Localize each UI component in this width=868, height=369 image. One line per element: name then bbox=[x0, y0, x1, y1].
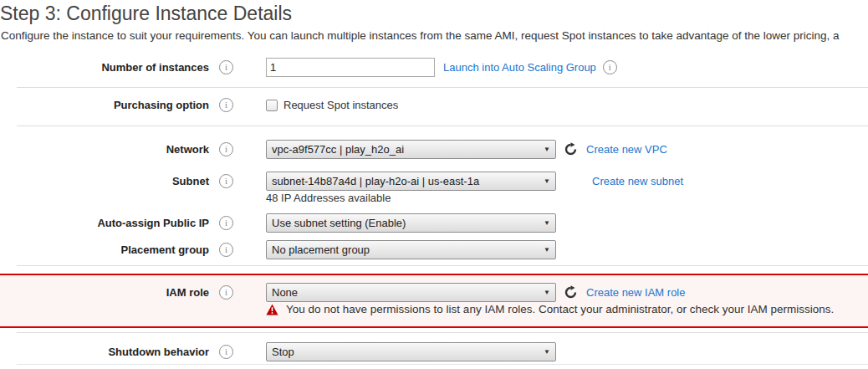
shutdown-behavior-select[interactable]: Stop ▼ bbox=[266, 342, 556, 361]
row-purchasing-option: Purchasing option i Request Spot instanc… bbox=[0, 98, 398, 112]
row-shutdown-behavior: Shutdown behavior i Stop ▼ bbox=[0, 342, 556, 361]
request-spot-instances-label: Request Spot instances bbox=[283, 99, 398, 111]
subnet-select[interactable]: subnet-14b87a4d | play-h2o-ai | us-east-… bbox=[266, 172, 556, 191]
info-icon[interactable]: i bbox=[603, 60, 617, 74]
dropdown-arrow-icon: ▼ bbox=[544, 246, 550, 254]
iam-role-label: IAM role bbox=[0, 286, 209, 299]
divider bbox=[17, 265, 868, 266]
row-iam-role: IAM role i None ▼ Create new IAM role bbox=[0, 283, 686, 302]
create-new-iam-role-link[interactable]: Create new IAM role bbox=[586, 286, 686, 299]
refresh-vpc-icon[interactable] bbox=[564, 142, 578, 156]
page-subtitle: Configure the instance to suit your requ… bbox=[1, 29, 868, 42]
request-spot-instances-checkbox[interactable] bbox=[266, 100, 278, 111]
purchasing-option-label: Purchasing option bbox=[0, 99, 209, 111]
page-title: Step 3: Configure Instance Details bbox=[0, 3, 292, 25]
shutdown-behavior-label: Shutdown behavior bbox=[0, 346, 209, 358]
info-icon[interactable]: i bbox=[219, 174, 233, 188]
iam-role-warning-text: You do not have permissions to list any … bbox=[286, 303, 834, 315]
create-new-vpc-link[interactable]: Create new VPC bbox=[586, 143, 667, 156]
subnet-label: Subnet bbox=[0, 175, 209, 187]
info-icon[interactable]: i bbox=[219, 142, 233, 156]
info-icon[interactable]: i bbox=[219, 285, 233, 300]
dropdown-arrow-icon: ▼ bbox=[544, 146, 550, 153]
create-new-subnet-link[interactable]: Create new subnet bbox=[592, 175, 683, 187]
number-of-instances-label: Number of instances bbox=[0, 61, 209, 74]
dropdown-arrow-icon: ▼ bbox=[544, 289, 550, 296]
launch-into-auto-scaling-group-link[interactable]: Launch into Auto Scaling Group bbox=[443, 61, 596, 74]
network-select[interactable]: vpc-a9f577cc | play_h2o_ai ▼ bbox=[266, 140, 556, 159]
dropdown-arrow-icon: ▼ bbox=[544, 348, 550, 356]
iam-role-warning: You do not have permissions to list any … bbox=[266, 303, 834, 315]
info-icon[interactable]: i bbox=[219, 345, 233, 359]
divider bbox=[17, 87, 868, 88]
row-auto-assign-public-ip: Auto-assign Public IP i Use subnet setti… bbox=[0, 213, 556, 233]
number-of-instances-input[interactable] bbox=[266, 58, 435, 77]
info-icon[interactable]: i bbox=[219, 243, 233, 257]
info-icon[interactable]: i bbox=[219, 216, 233, 230]
divider bbox=[17, 126, 868, 126]
refresh-iam-role-icon[interactable] bbox=[564, 285, 578, 300]
warning-icon bbox=[266, 304, 278, 315]
row-network: Network i vpc-a9f577cc | play_h2o_ai ▼ C… bbox=[0, 140, 667, 159]
placement-group-select[interactable]: No placement group ▼ bbox=[266, 240, 556, 259]
ip-addresses-available-note: 48 IP Addresses available bbox=[266, 192, 391, 204]
divider bbox=[17, 332, 868, 333]
placement-group-label: Placement group bbox=[0, 243, 209, 256]
configure-instance-details-page: Step 3: Configure Instance Details Confi… bbox=[0, 0, 868, 369]
divider bbox=[17, 364, 868, 365]
dropdown-arrow-icon: ▼ bbox=[544, 177, 550, 185]
auto-assign-public-ip-label: Auto-assign Public IP bbox=[0, 217, 209, 229]
network-label: Network bbox=[0, 143, 209, 156]
auto-assign-public-ip-select[interactable]: Use subnet setting (Enable) ▼ bbox=[266, 213, 556, 233]
info-icon[interactable]: i bbox=[219, 60, 233, 74]
row-subnet: Subnet i subnet-14b87a4d | play-h2o-ai |… bbox=[0, 172, 683, 191]
row-number-of-instances: Number of instances i Launch into Auto S… bbox=[0, 58, 617, 77]
row-placement-group: Placement group i No placement group ▼ bbox=[0, 240, 556, 259]
info-icon[interactable]: i bbox=[219, 98, 233, 112]
dropdown-arrow-icon: ▼ bbox=[544, 219, 550, 227]
iam-role-select[interactable]: None ▼ bbox=[266, 283, 556, 302]
